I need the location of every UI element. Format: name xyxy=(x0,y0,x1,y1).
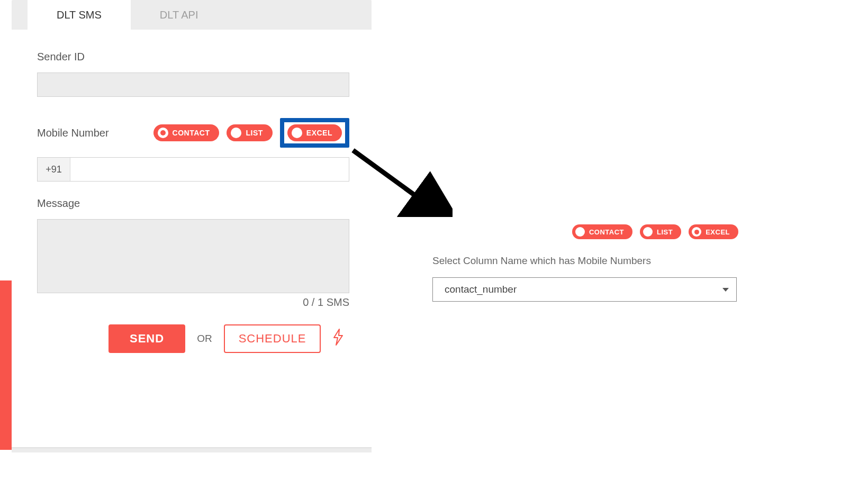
sms-counter: 0 / 1 SMS xyxy=(37,296,349,309)
pill-label: LIST xyxy=(246,129,263,137)
pill-list[interactable]: LIST xyxy=(227,124,272,141)
pill-excel-right[interactable]: EXCEL xyxy=(689,224,738,239)
pill-excel[interactable]: EXCEL xyxy=(287,124,342,141)
schedule-button[interactable]: SCHEDULE xyxy=(224,324,321,353)
tabs: DLT SMS DLT API xyxy=(12,0,372,30)
message-textarea[interactable] xyxy=(37,219,349,293)
column-select-label: Select Column Name which has Mobile Numb… xyxy=(432,255,738,267)
radio-dot-icon xyxy=(292,128,302,138)
form-body: Sender ID Mobile Number CONTACT LIST EXC… xyxy=(12,30,372,369)
flash-icon[interactable] xyxy=(332,328,344,350)
column-select[interactable]: contact_number xyxy=(432,277,737,302)
pill-label: EXCEL xyxy=(706,228,730,236)
mobile-field[interactable] xyxy=(70,158,349,181)
radio-dot-icon xyxy=(692,227,701,237)
tab-dlt-sms[interactable]: DLT SMS xyxy=(28,0,131,30)
sender-id-label: Sender ID xyxy=(37,51,346,63)
radio-dot-icon xyxy=(231,128,241,138)
pill-contact-right[interactable]: CONTACT xyxy=(572,224,632,239)
message-label: Message xyxy=(37,197,346,210)
excel-column-panel: CONTACT LIST EXCEL Select Column Name wh… xyxy=(378,217,749,312)
chevron-down-icon xyxy=(722,288,729,292)
radio-dot-icon xyxy=(158,128,168,138)
pill-label: EXCEL xyxy=(306,129,332,137)
mobile-label: Mobile Number xyxy=(37,127,109,139)
pill-list-right[interactable]: LIST xyxy=(640,224,681,239)
mobile-input[interactable]: +91 xyxy=(37,157,349,182)
phone-prefix: +91 xyxy=(38,158,70,181)
pill-contact[interactable]: CONTACT xyxy=(153,124,220,141)
pill-label: LIST xyxy=(657,228,673,236)
radio-dot-icon xyxy=(643,227,653,237)
callout-highlight: EXCEL xyxy=(280,118,349,148)
source-pills-left: CONTACT LIST EXCEL xyxy=(153,118,349,148)
radio-dot-icon xyxy=(575,227,585,237)
side-accent xyxy=(0,280,12,450)
sender-id-input[interactable] xyxy=(37,73,349,97)
action-row: SEND OR SCHEDULE xyxy=(37,324,346,369)
dlt-sms-form: DLT SMS DLT API Sender ID Mobile Number … xyxy=(12,0,372,369)
bottom-shade xyxy=(12,448,372,452)
pill-label: CONTACT xyxy=(589,228,624,236)
pill-label: CONTACT xyxy=(173,129,210,137)
select-value: contact_number xyxy=(445,284,517,295)
or-text: OR xyxy=(197,333,212,345)
tab-dlt-api[interactable]: DLT API xyxy=(131,0,228,30)
source-pills-right: CONTACT LIST EXCEL xyxy=(432,224,738,239)
send-button[interactable]: SEND xyxy=(108,324,185,353)
